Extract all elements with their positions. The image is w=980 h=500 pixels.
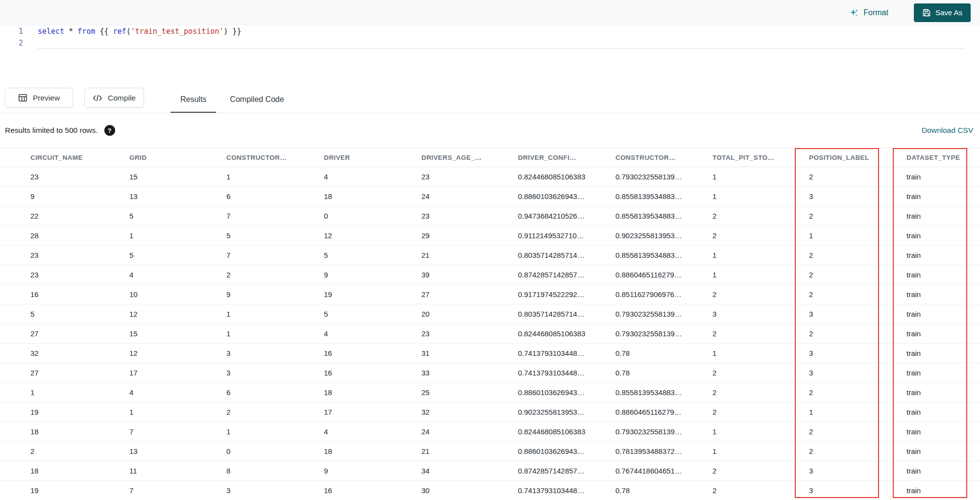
table-cell: 0.7930232558139… — [615, 324, 712, 344]
table-cell: 3 — [226, 344, 324, 363]
table-cell: 3 — [809, 461, 906, 481]
line-number: 1 — [0, 25, 23, 37]
results-info-bar: Results limited to 500 rows. ? Download … — [0, 121, 980, 140]
column-header: DRIVERS_AGE_… — [421, 149, 518, 167]
table-cell: 19 — [324, 285, 421, 304]
table-cell: 0.8511627906976… — [615, 285, 712, 304]
table-cell: 29 — [421, 226, 518, 246]
table-row: 913618240.8860103626943…0.8558139534883…… — [0, 187, 980, 206]
table-cell: 16 — [0, 285, 129, 304]
table-cell: 3 — [809, 481, 906, 500]
table-cell: 0.8742857142857… — [518, 265, 615, 285]
table-cell: 7 — [129, 481, 226, 500]
table-cell: 2 — [712, 206, 809, 226]
table-cell: 16 — [324, 344, 421, 363]
table-cell: 0.8860465116279… — [615, 265, 712, 285]
table-cell: train — [906, 481, 980, 500]
table-cell: 0.9023255813953… — [518, 402, 615, 422]
table-header-row: CIRCUIT_NAMEGRIDCONSTRUCTOR…DRIVERDRIVER… — [0, 149, 980, 167]
table-cell: 39 — [421, 265, 518, 285]
table-cell: 1 — [809, 226, 906, 246]
table-row: 1610919270.9171974522292…0.8511627906976… — [0, 285, 980, 304]
table-cell: 32 — [421, 402, 518, 422]
table-cell: 2 — [809, 167, 906, 187]
table-cell: 7 — [226, 206, 324, 226]
table-row: 23575210.8035714285714…0.8558139534883…1… — [0, 246, 980, 265]
code-icon — [93, 94, 102, 102]
format-button[interactable]: Format — [846, 7, 891, 18]
table-cell: 4 — [324, 167, 421, 187]
table-cell: 7 — [129, 422, 226, 442]
table-row: 14618250.8860103626943…0.8558139534883…2… — [0, 383, 980, 402]
table-cell: 5 — [129, 246, 226, 265]
table-cell: 21 — [421, 442, 518, 461]
table-cell: 0.7413793103448… — [518, 344, 615, 363]
table-cell: 23 — [0, 265, 129, 285]
table-cell: train — [906, 363, 980, 383]
download-csv-link[interactable]: Download CSV — [919, 121, 976, 140]
table-cell: 2 — [712, 481, 809, 500]
table-cell: 18 — [324, 442, 421, 461]
table-cell: 16 — [324, 481, 421, 500]
table-cell: 13 — [129, 187, 226, 206]
table-cell: 31 — [421, 344, 518, 363]
table-cell: 3 — [809, 344, 906, 363]
table-row: 3212316310.7413793103448…0.7813train — [0, 344, 980, 363]
table-cell: 5 — [324, 304, 421, 324]
table-cell: 21 — [421, 246, 518, 265]
table-cell: 7 — [226, 246, 324, 265]
table-cell: 3 — [809, 304, 906, 324]
preview-button[interactable]: Preview — [5, 88, 73, 108]
column-header: CIRCUIT_NAME — [0, 149, 129, 167]
compile-button[interactable]: Compile — [84, 88, 144, 108]
table-cell: 23 — [421, 167, 518, 187]
table-cell: 5 — [226, 226, 324, 246]
table-cell: 9 — [0, 187, 129, 206]
column-header: DRIVER — [324, 149, 421, 167]
table-cell: 17 — [129, 363, 226, 383]
table-cell: 0.824468085106383 — [518, 324, 615, 344]
table-body: 231514230.8244680851063830.7930232558139… — [0, 167, 980, 500]
table-cell: 0.8035714285714… — [518, 304, 615, 324]
editor-line: 1select * from {{ ref('train_test_positi… — [0, 25, 980, 37]
table-cell: 0.824468085106383 — [518, 422, 615, 442]
table-cell: 0.8860103626943… — [518, 383, 615, 402]
table-cell: train — [906, 285, 980, 304]
table-cell: 2 — [809, 383, 906, 402]
table-cell: 0.9473684210526… — [518, 206, 615, 226]
tabs-divider — [0, 113, 980, 113]
tab-results[interactable]: Results — [171, 87, 216, 113]
table-cell: 5 — [0, 304, 129, 324]
table-cell: 10 — [129, 285, 226, 304]
table-cell: 13 — [129, 442, 226, 461]
column-header: TOTAL_PIT_STO… — [712, 149, 809, 167]
table-cell: train — [906, 246, 980, 265]
table-cell: 12 — [324, 226, 421, 246]
table-cell: 3 — [809, 187, 906, 206]
tab-compiled-code[interactable]: Compiled Code — [220, 87, 294, 113]
table-cell: 25 — [421, 383, 518, 402]
table-cell: 0.8558139534883… — [615, 383, 712, 402]
sql-editor[interactable]: 1select * from {{ ref('train_test_positi… — [0, 25, 980, 87]
table-cell: 33 — [421, 363, 518, 383]
results-table: CIRCUIT_NAMEGRIDCONSTRUCTOR…DRIVERDRIVER… — [0, 148, 980, 500]
column-header: CONSTRUCTOR… — [615, 149, 712, 167]
table-cell: 20 — [421, 304, 518, 324]
help-icon[interactable]: ? — [104, 125, 115, 136]
table-cell: 2 — [712, 363, 809, 383]
table-cell: 0.7930232558139… — [615, 422, 712, 442]
table-cell: 23 — [421, 324, 518, 344]
table-cell: train — [906, 167, 980, 187]
table-cell: 19 — [0, 481, 129, 500]
table-cell: 12 — [129, 304, 226, 324]
table-cell: 0.8035714285714… — [518, 246, 615, 265]
table-row: 2717316330.7413793103448…0.7823train — [0, 363, 980, 383]
table-row: 281512290.9112149532710…0.9023255813953…… — [0, 226, 980, 246]
table-cell: 1 — [129, 226, 226, 246]
table-cell: 9 — [226, 285, 324, 304]
column-header: DRIVER_CONFI… — [518, 149, 615, 167]
table-cell: 5 — [129, 206, 226, 226]
table-cell: 3 — [226, 481, 324, 500]
save-as-button[interactable]: Save As — [914, 3, 971, 22]
table-cell: 2 — [0, 442, 129, 461]
